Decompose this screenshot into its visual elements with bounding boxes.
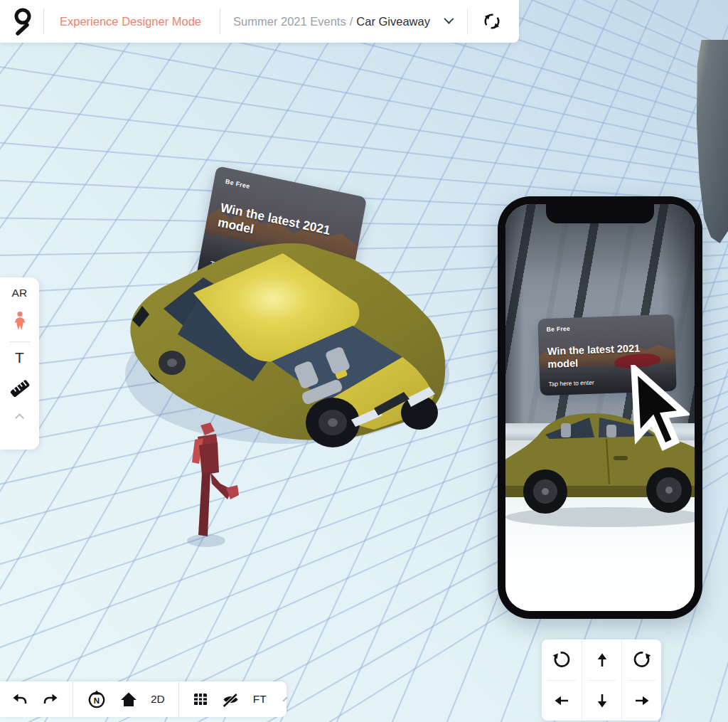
grid-toggle-button[interactable] (193, 692, 208, 706)
rail-divider (9, 341, 31, 342)
move-up-button[interactable] (582, 639, 621, 680)
phone-notch (546, 204, 654, 223)
compass-north-button[interactable]: N (87, 689, 107, 709)
grid-icon (193, 692, 208, 706)
svg-text:N: N (94, 696, 100, 705)
object-nudge-pad (542, 639, 661, 721)
chevron-up-icon[interactable] (15, 413, 24, 423)
visibility-off-button[interactable] (222, 692, 240, 707)
redo-icon (42, 692, 59, 706)
eye-off-icon (222, 692, 240, 707)
card-brand: Be Free (547, 325, 571, 333)
rotate-ccw-icon (552, 650, 572, 669)
rotate-cw-icon (632, 650, 651, 669)
home-icon (120, 691, 137, 707)
breadcrumb-separator: / (350, 15, 353, 28)
top-app-bar: Experience Designer Mode Summer 2021 Eve… (0, 0, 519, 43)
app-logo[interactable] (12, 7, 33, 36)
topbar-divider (43, 8, 44, 35)
arrow-down-icon (594, 692, 611, 709)
refresh-icon (482, 11, 502, 31)
rotate-cw-button[interactable] (621, 639, 661, 680)
home-view-button[interactable] (120, 691, 137, 707)
ruler-icon (9, 378, 31, 399)
experience-designer-window: Be Free Win the latest 2021 model Tap he… (0, 0, 728, 722)
topbar-divider (220, 8, 220, 35)
person-3d-figure[interactable] (176, 421, 242, 551)
person-tool-button[interactable] (12, 311, 28, 331)
breadcrumb[interactable]: Summer 2021 Events / Car Giveaway (233, 15, 430, 28)
undo-button[interactable] (11, 692, 28, 706)
card-brand: Be Free (225, 178, 250, 190)
arrow-up-icon (594, 652, 611, 669)
left-tool-rail: AR T (0, 277, 39, 450)
refresh-button[interactable] (482, 11, 502, 31)
geenee-logo-icon (12, 7, 33, 36)
rotate-ccw-button[interactable] (542, 639, 582, 680)
bottom-toolbar: N 2D FT (0, 681, 287, 717)
toolbar-divider (178, 681, 179, 717)
text-tool-button[interactable]: T (15, 349, 24, 366)
mode-label: Experience Designer Mode (60, 15, 201, 28)
topbar-divider (467, 8, 468, 35)
arrow-left-icon (553, 692, 570, 709)
pointer-cursor (624, 365, 690, 462)
toolbar-divider (73, 681, 73, 717)
redo-button[interactable] (42, 692, 59, 706)
compass-north-icon: N (87, 689, 107, 709)
measure-tool-button[interactable] (9, 378, 31, 399)
ar-section-label: AR (11, 287, 27, 299)
arrow-right-icon (633, 692, 651, 709)
undo-icon (11, 692, 28, 706)
move-right-button[interactable] (621, 680, 661, 721)
toggle-2d-button[interactable]: 2D (151, 693, 165, 706)
units-toggle-button[interactable]: FT (253, 693, 267, 706)
person-icon (12, 311, 28, 331)
chevron-down-icon[interactable] (444, 14, 454, 24)
breadcrumb-parent[interactable]: Summer 2021 Events (233, 15, 346, 28)
car-3d-model[interactable] (118, 235, 455, 450)
breadcrumb-current[interactable]: Car Giveaway (356, 15, 430, 28)
move-left-button[interactable] (542, 680, 582, 721)
move-down-button[interactable] (582, 680, 621, 721)
